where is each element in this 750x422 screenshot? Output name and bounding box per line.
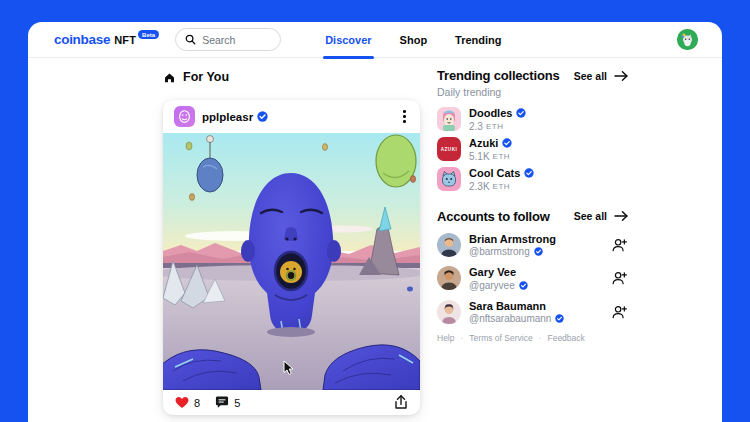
- collection-row-cool-cats[interactable]: Cool Cats 2.3KETH: [437, 167, 629, 192]
- collection-name: Doodles: [469, 107, 512, 119]
- nav-tab-shop[interactable]: Shop: [400, 22, 428, 58]
- footer-separator: ·: [539, 333, 542, 343]
- account-handle: @barmstrong: [469, 246, 530, 257]
- azuki-avatar: AZUKI: [437, 137, 461, 161]
- coolcats-avatar: [437, 167, 461, 191]
- collection-name: Azuki: [469, 137, 498, 149]
- account-row-brian-armstrong[interactable]: Brian Armstrong @barmstrong: [437, 233, 629, 258]
- post-action-bar: 8 5: [163, 390, 420, 415]
- logo-nft-text: NFT: [114, 34, 136, 46]
- sidebar-footer-links: Help · Terms of Service · Feedback: [437, 333, 629, 343]
- like-count: 8: [194, 397, 200, 409]
- account-meta: Gary Vee @garyvee: [469, 266, 528, 291]
- coinbase-nft-logo[interactable]: coinbase NFT Beta: [54, 32, 159, 47]
- nav-tab-trending-label: Trending: [455, 34, 501, 46]
- account-meta: Sara Baumann @nftsarabaumann: [469, 300, 564, 325]
- doodles-avatar: [437, 107, 461, 131]
- trending-see-all-label: See all: [574, 70, 607, 82]
- collection-value: 2.3: [469, 121, 483, 132]
- right-sidebar: Trending collections See all Daily trend…: [437, 68, 629, 343]
- collection-value: 5.1K: [469, 151, 490, 162]
- trending-subtitle: Daily trending: [437, 86, 629, 98]
- account-name: Brian Armstrong: [469, 233, 556, 245]
- accounts-list: Brian Armstrong @barmstrong: [437, 233, 629, 325]
- feed-post-card: pplpleasr: [163, 100, 420, 415]
- collection-meta: Cool Cats 2.3KETH: [469, 167, 534, 192]
- collection-row-doodles[interactable]: Doodles 2.3ETH: [437, 107, 629, 132]
- footer-link-feedback[interactable]: Feedback: [547, 333, 584, 343]
- azuki-avatar-label: AZUKI: [441, 147, 458, 152]
- home-icon: [163, 71, 176, 84]
- verified-badge-icon: [257, 111, 268, 122]
- verified-badge-icon: [502, 138, 512, 148]
- search-bar[interactable]: [175, 28, 281, 51]
- comment-icon: [215, 396, 229, 409]
- cat-avatar-icon: [677, 29, 698, 50]
- verified-badge-icon: [516, 108, 526, 118]
- primary-nav: Discover Shop Trending: [325, 22, 501, 58]
- collection-value: 2.3K: [469, 181, 490, 192]
- accounts-see-all-link[interactable]: See all: [574, 210, 629, 222]
- verified-badge-icon: [534, 247, 543, 256]
- trending-collection-list: Doodles 2.3ETH AZUKI Azuki: [437, 107, 629, 192]
- account-name: Sara Baumann: [469, 300, 564, 312]
- profile-avatar-button[interactable]: [677, 29, 698, 50]
- heart-icon: [175, 396, 189, 409]
- footer-link-help[interactable]: Help: [437, 333, 454, 343]
- follow-button[interactable]: [610, 303, 629, 321]
- arrow-right-icon: [614, 70, 629, 82]
- trending-see-all-link[interactable]: See all: [574, 70, 629, 82]
- collection-unit: ETH: [493, 182, 511, 191]
- app-window: coinbase NFT Beta Discover Shop: [0, 0, 750, 422]
- accounts-title: Accounts to follow: [437, 209, 550, 224]
- follow-button[interactable]: [610, 269, 629, 287]
- comment-button[interactable]: [215, 396, 229, 409]
- person-add-icon: [612, 238, 627, 252]
- account-name: Gary Vee: [469, 266, 528, 278]
- gary-avatar: [437, 266, 461, 290]
- follow-button[interactable]: [610, 236, 629, 254]
- search-input[interactable]: [202, 34, 272, 46]
- verified-badge-icon: [519, 281, 528, 290]
- main-panel: coinbase NFT Beta Discover Shop: [28, 22, 722, 422]
- account-handle: @garyvee: [469, 280, 515, 291]
- collection-unit: ETH: [486, 122, 504, 131]
- post-author-avatar[interactable]: [174, 106, 195, 127]
- for-you-label: For You: [183, 70, 229, 84]
- account-row-sara-baumann[interactable]: Sara Baumann @nftsarabaumann: [437, 300, 629, 325]
- footer-link-terms[interactable]: Terms of Service: [469, 333, 532, 343]
- nav-tab-discover[interactable]: Discover: [325, 22, 371, 58]
- account-row-gary-vee[interactable]: Gary Vee @garyvee: [437, 266, 629, 291]
- nav-tab-trending[interactable]: Trending: [455, 22, 501, 58]
- share-button[interactable]: [394, 395, 408, 410]
- like-button[interactable]: [175, 396, 189, 409]
- collection-meta: Azuki 5.1KETH: [469, 137, 512, 162]
- logo-brand-text: coinbase: [54, 32, 110, 47]
- footer-separator: ·: [460, 333, 463, 343]
- share-icon: [394, 395, 408, 410]
- trending-collections-title: Trending collections: [437, 68, 559, 83]
- comment-count: 5: [234, 397, 240, 409]
- trending-collections-header: Trending collections See all: [437, 68, 629, 83]
- verified-badge-icon: [524, 168, 534, 178]
- account-handle: @nftsarabaumann: [469, 313, 551, 324]
- nft-artwork-image[interactable]: [163, 133, 420, 390]
- collection-meta: Doodles 2.3ETH: [469, 107, 526, 132]
- person-add-icon: [612, 305, 627, 319]
- post-header: pplpleasr: [163, 100, 420, 133]
- top-navigation-bar: coinbase NFT Beta Discover Shop: [28, 22, 722, 58]
- mask-face-avatar-icon: [177, 109, 192, 124]
- nav-tab-shop-label: Shop: [400, 34, 428, 46]
- search-icon: [185, 34, 196, 45]
- post-menu-button[interactable]: [400, 107, 409, 126]
- collection-row-azuki[interactable]: AZUKI Azuki 5.1KETH: [437, 137, 629, 162]
- active-tab-underline: [323, 56, 373, 59]
- accounts-to-follow-section: Accounts to follow See all: [437, 209, 629, 325]
- brian-avatar: [437, 233, 461, 257]
- collection-unit: ETH: [493, 152, 511, 161]
- sara-avatar: [437, 300, 461, 324]
- nav-tab-discover-label: Discover: [325, 34, 371, 46]
- post-author-name[interactable]: pplpleasr: [202, 111, 253, 123]
- arrow-right-icon: [614, 210, 629, 222]
- accounts-header: Accounts to follow See all: [437, 209, 629, 224]
